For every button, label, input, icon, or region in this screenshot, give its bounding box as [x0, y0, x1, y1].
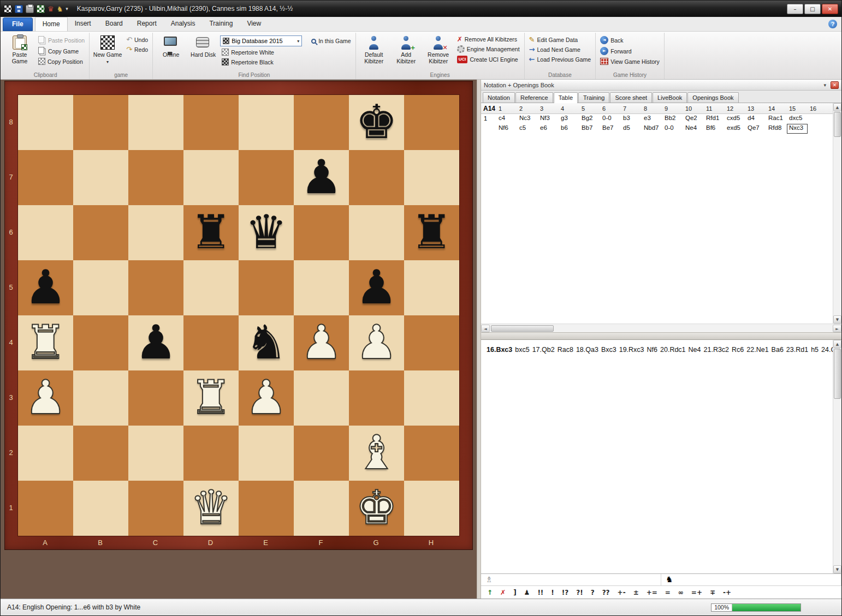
board-square-f1[interactable]	[294, 481, 349, 536]
table-scrollbar-thumb[interactable]	[834, 112, 841, 137]
board-square-f6[interactable]	[294, 205, 349, 260]
board-square-e4[interactable]: ♞	[239, 315, 294, 370]
board-square-f5[interactable]	[294, 260, 349, 315]
black-pawn-piece[interactable]: ♟	[18, 260, 73, 315]
board-square-e8[interactable]	[239, 95, 294, 150]
board-square-e3[interactable]: ♟	[239, 370, 294, 426]
board-square-e2[interactable]	[239, 426, 294, 481]
board-square-g4[interactable]: ♟	[349, 315, 404, 370]
opening-move-cell-black-6[interactable]: Be7	[600, 124, 621, 134]
panel-tab-livebook[interactable]: LiveBook	[653, 92, 687, 103]
opening-move-cell-white-15[interactable]: dxc5	[787, 114, 808, 124]
panel-close-icon[interactable]: ✕	[831, 81, 839, 89]
board-square-a2[interactable]	[18, 426, 73, 481]
paste-game-button[interactable]: Paste Game	[4, 34, 35, 65]
edit-game-data-button[interactable]: ✎ Edit Game Data	[527, 35, 593, 44]
opening-move-cell-black-2[interactable]: c5	[517, 124, 538, 134]
board-square-g1[interactable]: ♚	[349, 481, 404, 536]
table-vertical-scrollbar[interactable]: ▲ ▼	[833, 103, 841, 324]
board-square-e7[interactable]	[239, 150, 294, 205]
black-pawn-piece[interactable]: ♟	[294, 150, 349, 205]
white-bishop-piece[interactable]: ♝	[349, 426, 404, 481]
board-square-f8[interactable]	[294, 95, 349, 150]
move-token[interactable]: 16.Bxc3	[487, 346, 512, 354]
white-queen-piece[interactable]: ♛	[183, 481, 239, 536]
board-square-g8[interactable]: ♚	[349, 95, 404, 150]
engine-management-button[interactable]: Engine Management	[455, 45, 521, 53]
online-button[interactable]: Online	[156, 34, 186, 58]
move-token[interactable]: Bxc3	[601, 346, 616, 354]
load-next-game-button[interactable]: → Load Next Game	[527, 45, 593, 53]
board-square-e1[interactable]	[239, 481, 294, 536]
copy-position-button[interactable]: Copy Position	[37, 57, 86, 65]
board-square-d4[interactable]	[183, 315, 239, 370]
board-square-a8[interactable]	[18, 95, 73, 150]
annotation-symbol-2[interactable]: ]	[509, 588, 520, 597]
move-token[interactable]: 22.Ne1	[746, 346, 768, 354]
opening-move-cell-black-11[interactable]: Bf6	[704, 124, 725, 134]
forward-button[interactable]: ► Forward	[598, 46, 661, 56]
scroll-left-icon[interactable]: ◄	[481, 325, 490, 332]
black-queen-piece[interactable]: ♛	[239, 205, 294, 260]
white-pawn-piece[interactable]: ♟	[18, 370, 73, 426]
annotation-symbol-10[interactable]: +-	[614, 588, 630, 597]
table-horizontal-scrollbar[interactable]: ◄ ►	[481, 324, 841, 332]
black-knight-piece[interactable]: ♞	[239, 315, 294, 370]
annotation-symbol-15[interactable]: =+	[687, 588, 706, 597]
board-square-c6[interactable]	[128, 205, 183, 260]
opening-move-cell-black-4[interactable]: b6	[559, 124, 579, 134]
move-token[interactable]: Ne4	[689, 346, 701, 354]
panel-tab-reference[interactable]: Reference	[515, 92, 553, 103]
board-square-h5[interactable]	[404, 260, 459, 315]
board-square-g2[interactable]: ♝	[349, 426, 404, 481]
panel-menu-caret-icon[interactable]: ▾	[823, 82, 826, 88]
notation-scroll-down-icon[interactable]: ▼	[833, 565, 841, 573]
ribbon-tab-board[interactable]: Board	[98, 17, 130, 31]
white-pawn-piece[interactable]: ♟	[239, 370, 294, 426]
black-rook-piece[interactable]: ♜	[183, 205, 239, 260]
annotation-symbol-14[interactable]: ∞	[674, 588, 687, 597]
panel-tab-score-sheet[interactable]: Score sheet	[610, 92, 652, 103]
bishop-icon[interactable]: ♗	[481, 574, 661, 585]
board-icon[interactable]	[37, 5, 45, 13]
panel-horizontal-splitter[interactable]	[481, 332, 841, 340]
board-square-f4[interactable]: ♟	[294, 315, 349, 370]
move-token[interactable]: Nf6	[647, 346, 657, 354]
board-square-b3[interactable]	[73, 370, 128, 426]
opening-move-cell-white-5[interactable]: Bg2	[579, 114, 600, 124]
help-icon[interactable]: ?	[828, 20, 837, 28]
panel-tab-notation[interactable]: Notation	[483, 92, 515, 103]
opening-move-cell-white-10[interactable]: Qe2	[683, 114, 704, 124]
board-square-h4[interactable]	[404, 315, 459, 370]
annotation-symbol-8[interactable]: ?	[587, 588, 598, 597]
annotation-symbol-0[interactable]: ↑	[483, 588, 496, 597]
move-token[interactable]: Ba6	[772, 346, 784, 354]
create-uci-engine-button[interactable]: UCI Create UCI Engine	[455, 55, 521, 64]
annotation-symbol-5[interactable]: !	[547, 588, 558, 597]
opening-move-cell-white-14[interactable]: Rac1	[766, 114, 787, 124]
database-select[interactable]: Big Database 2015 ▾	[220, 35, 302, 46]
board-square-d6[interactable]: ♜	[183, 205, 239, 260]
back-button[interactable]: ◄ Back	[598, 35, 661, 45]
black-pawn-piece[interactable]: ♟	[349, 260, 404, 315]
load-previous-game-button[interactable]: ← Load Previous Game	[527, 55, 593, 63]
board-square-g3[interactable]	[349, 370, 404, 426]
move-token[interactable]: 17.Qb2	[532, 346, 555, 354]
board-square-c1[interactable]	[128, 481, 183, 536]
opening-move-cell-white-13[interactable]: d4	[745, 114, 766, 124]
move-token[interactable]: 23.Rd1	[786, 346, 808, 354]
board-square-a6[interactable]	[18, 205, 73, 260]
annotation-symbol-3[interactable]: ♟	[520, 588, 534, 597]
board-square-a5[interactable]: ♟	[18, 260, 73, 315]
board-square-a4[interactable]: ♜	[18, 315, 73, 370]
save-icon[interactable]	[15, 5, 23, 13]
board-square-d1[interactable]: ♛	[183, 481, 239, 536]
board-square-b6[interactable]	[73, 205, 128, 260]
panel-tab-table[interactable]: Table	[554, 92, 578, 103]
opening-move-cell-black-10[interactable]: Ne4	[683, 124, 704, 134]
black-king-piece[interactable]: ♚	[349, 95, 404, 150]
board-square-b5[interactable]	[73, 260, 128, 315]
annotation-symbol-12[interactable]: +=	[643, 588, 661, 597]
opening-move-cell-black-1[interactable]: Nf6	[496, 124, 517, 134]
close-button[interactable]: ✕	[822, 4, 838, 14]
